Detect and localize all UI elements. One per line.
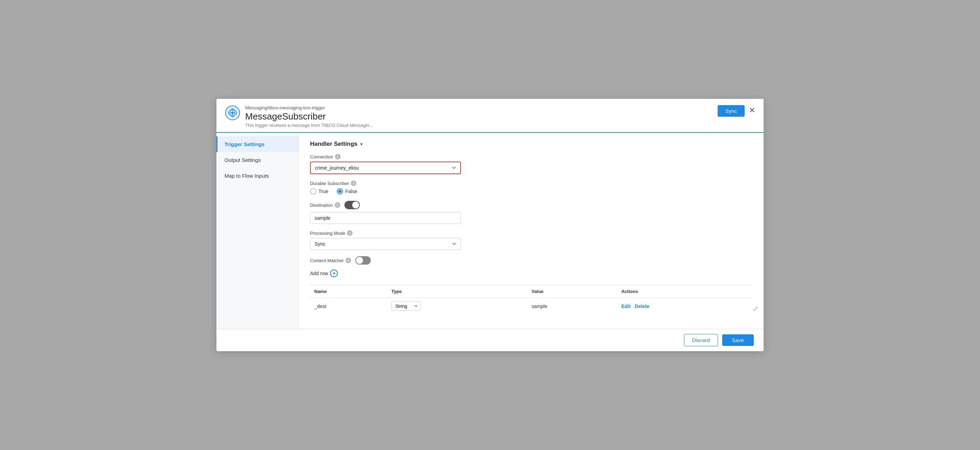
table-col-type: Type (387, 285, 528, 298)
modal-subtitle: This trigger receives a message from TIB… (245, 123, 712, 128)
section-chevron-icon[interactable]: ▾ (360, 141, 363, 147)
durable-true-radio[interactable] (310, 188, 317, 195)
modal-body: Trigger Settings Output Settings Map to … (216, 133, 764, 329)
type-select[interactable]: String Integer Boolean (391, 301, 421, 311)
content-matcher-info-icon: i (345, 258, 351, 263)
add-row-button[interactable]: Add row + (310, 268, 338, 279)
sidebar-item-map-to-flow[interactable]: Map to Flow Inputs (216, 168, 299, 184)
sidebar-item-output-settings[interactable]: Output Settings (216, 152, 299, 168)
content-matcher-field-group: Content Matcher i Add row + (310, 256, 752, 279)
section-header: Handler Settings ▾ (310, 141, 752, 147)
durable-info-icon: i (351, 181, 356, 186)
table-col-actions: Actions (617, 285, 752, 298)
table-cell-actions: Edit Delete (617, 298, 752, 315)
edit-link[interactable]: Edit (621, 304, 630, 309)
connection-label: Connection i (310, 154, 752, 160)
main-content: Handler Settings ▾ Connection i crime_jo… (299, 133, 764, 329)
content-matcher-label-row: Content Matcher i (310, 256, 752, 265)
sidebar: Trigger Settings Output Settings Map to … (216, 133, 299, 329)
sidebar-item-trigger-settings[interactable]: Trigger Settings (216, 136, 299, 152)
durable-subscriber-label: Durable Subscriber i (310, 181, 752, 186)
connection-info-icon: i (335, 154, 340, 160)
destination-field-group: Destination i sample (310, 201, 752, 224)
content-matcher-table-section: Name Type Value Actions _dest (310, 285, 752, 314)
svg-point-5 (232, 112, 234, 114)
content-matcher-toggle[interactable] (355, 256, 371, 265)
processing-mode-info-icon: i (347, 230, 353, 236)
modal-footer: Discard Save (216, 329, 764, 351)
close-button[interactable]: ✕ (749, 106, 755, 115)
processing-mode-select[interactable]: Sync Async (310, 238, 461, 250)
destination-input-wrapper: sample (310, 212, 752, 224)
connection-field-group: Connection i crime_journey_eliou (310, 154, 752, 174)
durable-radio-group: True False (310, 188, 752, 195)
processing-mode-field-group: Processing Mode i Sync Async (310, 230, 752, 250)
content-matcher-label: Content Matcher i (310, 258, 351, 263)
modal-title: MessageSubscriber (245, 111, 712, 122)
destination-info-icon: i (335, 202, 340, 208)
table-cell-name: _dest (310, 298, 387, 315)
delete-link[interactable]: Delete (635, 304, 649, 309)
content-matcher-toggle-knob (356, 257, 363, 264)
add-row-wrapper: Add row + (310, 268, 752, 279)
breadcrumb: Messaging/tibco-messaging-tcm-trigger (245, 105, 712, 110)
section-title: Handler Settings (310, 141, 357, 147)
table-cell-value: sample (528, 298, 617, 315)
table-cell-type: String Integer Boolean (387, 298, 528, 315)
table-row: _dest String Integer Boolean sample (310, 298, 752, 315)
header-text: Messaging/tibco-messaging-tcm-trigger Me… (245, 105, 712, 128)
add-row-plus-icon: + (330, 269, 338, 277)
connection-select[interactable]: crime_journey_eliou (310, 162, 461, 174)
durable-subscriber-field-group: Durable Subscriber i True False (310, 181, 752, 195)
destination-label: Destination i (310, 202, 340, 208)
trigger-icon (225, 105, 240, 120)
durable-false-radio[interactable] (337, 188, 343, 195)
content-matcher-table: Name Type Value Actions _dest (310, 285, 752, 314)
destination-input[interactable]: sample (310, 212, 461, 224)
discard-button[interactable]: Discard (684, 334, 718, 346)
destination-toggle[interactable] (344, 201, 360, 209)
modal: Messaging/tibco-messaging-tcm-trigger Me… (216, 99, 764, 351)
table-col-name: Name (310, 285, 387, 298)
durable-false-option[interactable]: False (337, 188, 357, 195)
processing-mode-label: Processing Mode i (310, 230, 752, 236)
save-button[interactable]: Save (722, 334, 754, 346)
durable-true-option[interactable]: True (310, 188, 328, 195)
destination-toggle-knob (352, 201, 359, 209)
table-col-value: Value (528, 285, 617, 298)
sync-button[interactable]: Sync (718, 105, 745, 117)
modal-overlay: Messaging/tibco-messaging-tcm-trigger Me… (0, 0, 980, 450)
modal-header: Messaging/tibco-messaging-tcm-trigger Me… (216, 99, 764, 133)
header-actions: Sync ✕ (718, 105, 755, 117)
destination-label-row: Destination i (310, 201, 752, 209)
